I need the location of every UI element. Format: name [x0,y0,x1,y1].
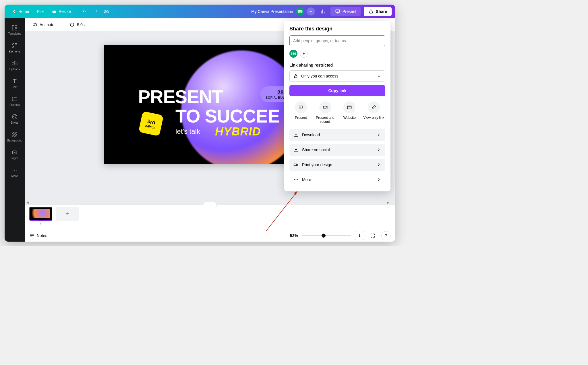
notes-label: Notes [37,233,47,238]
chevron-right-icon [376,162,381,167]
file-label: File [37,9,44,14]
sidebar-item-projects[interactable]: Projects [5,92,25,110]
app-window: Home File Resize My Canva Presentation 3… [5,5,395,242]
animate-icon [32,22,37,27]
sidebar-item-templates[interactable]: Templates [5,21,25,38]
svg-rect-19 [323,106,326,108]
row-print[interactable]: Print your design [289,159,385,171]
duration-button[interactable]: 5.0s [67,20,87,29]
share-panel: Share this design 356 + Link sharing res… [284,21,390,191]
access-dropdown[interactable]: Only you can access [289,70,385,82]
sidebar-item-styles[interactable]: Styles [5,110,25,127]
sidebar-label: Elements [9,50,21,53]
svg-point-4 [13,43,14,45]
undo-button[interactable] [80,7,89,16]
svg-point-12 [13,170,13,170]
document-title[interactable]: My Canva Presentation [251,9,293,14]
svg-rect-20 [348,106,352,109]
svg-text:CO.: CO. [13,151,16,153]
record-icon [323,105,328,110]
zoom-slider[interactable] [302,235,351,236]
animate-label: Animate [40,22,54,27]
elements-icon [11,42,18,49]
tile-website[interactable]: Website [338,101,361,124]
row-label: Download [302,133,320,137]
crown-icon [52,9,57,14]
copy-link-button[interactable]: Copy link [289,85,385,96]
present-button[interactable]: Present [330,7,361,16]
browser-icon [347,105,352,110]
sidebar-label: More [11,174,18,178]
home-label: Home [18,9,29,14]
present-label: Present [343,9,356,14]
footer: Notes 52% 1 ? [25,229,395,242]
row-more[interactable]: More [289,174,385,186]
heart-icon [293,147,299,152]
thumbnail-page-1[interactable] [29,207,52,221]
zoom-value[interactable]: 52% [290,233,298,238]
topbar: Home File Resize My Canva Presentation 3… [5,5,395,18]
share-avatar[interactable]: 356 [289,50,297,58]
more-icon [11,167,18,173]
notes-button[interactable]: Notes [29,233,47,238]
analytics-button[interactable] [318,7,328,16]
help-button[interactable]: ? [381,231,390,240]
cloud-status-icon[interactable] [101,7,111,16]
sidebar-item-more[interactable]: More [5,164,25,181]
clock-icon [69,22,75,27]
palette-icon [11,114,18,120]
share-label: Share [376,9,387,14]
row-label: Share on social [302,147,330,152]
link-icon [371,105,376,110]
slide-title-line2: TO SUCCEE [175,106,280,127]
user-avatar[interactable]: 356 [296,7,304,15]
sidebar-item-background[interactable]: Background [5,128,25,145]
svg-point-8 [15,115,16,116]
tile-present[interactable]: Present [289,101,312,124]
chevron-right-icon [376,147,381,152]
share-button[interactable]: Share [364,7,392,16]
fullscreen-icon [370,233,375,238]
tile-viewonly[interactable]: View-only link [362,101,385,124]
resize-label: Resize [59,9,71,14]
resize-button[interactable]: Resize [48,7,74,16]
share-heading: Share this design [289,26,385,32]
redo-button[interactable] [90,7,100,16]
tile-label: Present [295,116,307,120]
row-social[interactable]: Share on social [289,144,385,156]
sidebar-item-logos[interactable]: CO. Logos [5,146,25,163]
slide-hybrid: HYBRID [215,125,261,138]
row-label: More [302,177,311,182]
tile-present-record[interactable]: Present and record [314,101,337,124]
sidebar-item-elements[interactable]: Elements [5,39,25,56]
edition-badge: 3rd edition [138,111,164,136]
share-people-input[interactable] [289,35,385,46]
uploads-icon [11,60,18,67]
share-add-person[interactable]: + [300,50,308,58]
truck-icon [293,162,299,167]
presentation-icon [298,105,303,110]
add-collaborator-button[interactable]: + [307,7,315,15]
page-thumbnails: 1 + [25,204,395,229]
grid-view-button[interactable]: 1 [355,231,364,240]
row-download[interactable]: Download [289,129,385,141]
scroll-right-icon[interactable]: ▶ [387,201,390,204]
sidebar-label: Text [12,86,17,89]
hatch-icon [11,131,18,138]
svg-point-7 [13,116,14,117]
tile-label: View-only link [363,116,384,120]
animate-button[interactable]: Animate [29,20,57,29]
scroll-left-icon[interactable]: ◀ [26,201,30,204]
logos-icon: CO. [11,149,18,156]
divider [62,21,62,28]
add-page-button[interactable]: + [56,207,79,221]
templates-icon [11,25,18,31]
svg-point-24 [297,166,297,166]
zoom-slider-thumb[interactable] [322,234,326,238]
sidebar-item-text[interactable]: Text [5,75,25,92]
sidebar-item-uploads[interactable]: Uploads [5,57,25,74]
folder-icon [11,96,18,102]
fullscreen-button[interactable] [368,231,377,240]
home-button[interactable]: Home [8,7,32,16]
file-menu[interactable]: File [34,7,47,15]
